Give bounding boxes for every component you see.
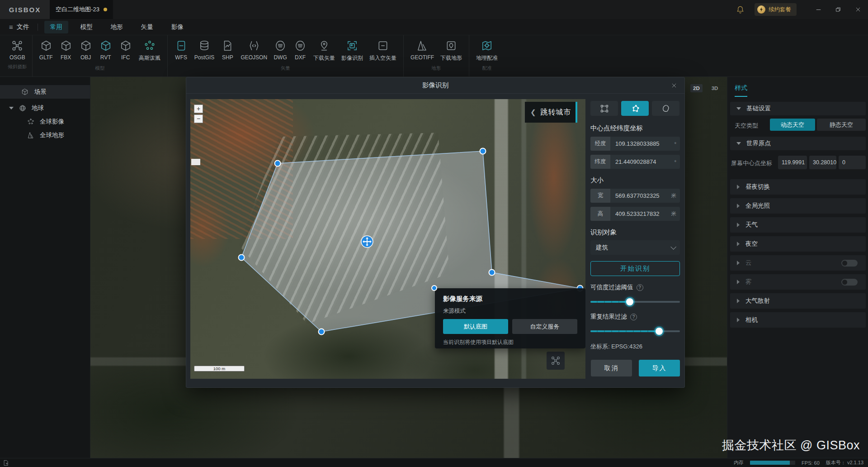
jump-city-button[interactable]: ❮ 跳转城市 <box>525 102 577 123</box>
tool-download-terrain[interactable]: 下载地形 <box>437 39 465 63</box>
latitude-field: 纬度 21.4409028874° <box>590 155 680 169</box>
width-input[interactable]: 569.6377032325米 <box>610 189 680 203</box>
tool-postgis[interactable]: PostGIS <box>191 39 218 63</box>
sidebar-item-global-imagery[interactable]: 全球影像 <box>0 115 90 129</box>
section-weather[interactable]: 天气 <box>730 217 866 233</box>
file-menu[interactable]: ≡文件 <box>0 19 38 35</box>
section-cloud[interactable]: 云 <box>730 255 866 271</box>
section-atmosphere[interactable]: 大气散射 <box>730 293 866 309</box>
tool-obj[interactable]: OBJ <box>76 39 96 63</box>
modal-close-icon[interactable] <box>670 81 678 90</box>
tool-shp[interactable]: SHP <box>217 39 237 63</box>
section-fog[interactable]: 雾 <box>730 274 866 290</box>
screen-center-y-input[interactable]: 30.28010 <box>809 156 836 169</box>
section-camera[interactable]: 相机 <box>730 312 866 328</box>
zoom-out-button[interactable]: − <box>194 114 203 123</box>
sidebar-item-global-terrain[interactable]: 全球地形 <box>0 129 90 142</box>
tool-wfs[interactable]: WFS <box>171 39 191 63</box>
tool-gaussian-splat[interactable]: 高斯泼溅 <box>136 39 164 63</box>
default-basemap-button[interactable]: 默认底图 <box>443 319 508 334</box>
divider <box>38 24 38 31</box>
caret-right-icon <box>737 299 740 303</box>
renew-plan-button[interactable]: 续约套餐 <box>755 3 797 16</box>
screen-center-z-input[interactable]: 0 <box>839 156 866 169</box>
renew-plan-label: 续约套餐 <box>769 6 791 14</box>
section-global-light[interactable]: 全局光照 <box>730 198 866 214</box>
recognition-map[interactable]: + − ❮ 跳转城市 100 m 影像服务来源 来源模式 默认底图 自定义服务 … <box>190 99 585 379</box>
tool-gltf[interactable]: GLTF <box>36 39 56 63</box>
polygon-vertex[interactable] <box>275 161 281 167</box>
tool-osgb[interactable]: OSGB <box>6 39 28 62</box>
tool-fbx[interactable]: FBX <box>56 39 76 63</box>
view-3d-button[interactable]: 3D <box>709 84 721 92</box>
ribbon-tab-vector[interactable]: 矢量 <box>135 21 159 33</box>
tool-label: 插入空矢量 <box>369 54 396 62</box>
polygon-vertex[interactable] <box>239 255 245 261</box>
longitude-input[interactable]: 109.1328033885° <box>610 137 680 151</box>
mode-rectangle-button[interactable] <box>590 101 618 116</box>
polygon-vertex[interactable] <box>431 285 437 291</box>
sky-static-button[interactable]: 静态天空 <box>817 119 866 131</box>
slider-thumb[interactable] <box>626 298 633 305</box>
tool-georeference[interactable]: 地理配准 <box>473 39 501 63</box>
mode-freeform-button[interactable] <box>652 101 679 116</box>
tool-download-vector[interactable]: 下载矢量 <box>310 39 338 63</box>
expand-caret-icon[interactable] <box>9 107 14 110</box>
height-field: 高 409.5233217832米 <box>590 207 680 221</box>
slider-thumb[interactable] <box>656 328 663 335</box>
new-file-icon[interactable] <box>3 460 9 466</box>
cloud-toggle[interactable] <box>841 260 858 267</box>
sidebar-item-scene[interactable]: 场景 <box>0 85 90 99</box>
sky-dynamic-button[interactable]: 动态天空 <box>770 119 815 131</box>
tool-geotiff[interactable]: GEOTIFF <box>407 39 437 63</box>
fps-indicator: FPS: 60 <box>802 460 820 466</box>
tool-insert-empty-vector[interactable]: 插入空矢量 <box>366 39 400 63</box>
screen-center-x-input[interactable]: 119.9991 <box>778 156 807 169</box>
tab-style[interactable]: 样式 <box>735 84 747 97</box>
tool-geojson[interactable]: GEOJSON <box>237 39 270 63</box>
caret-right-icon <box>737 204 740 208</box>
import-button[interactable]: 导入 <box>639 360 680 376</box>
ribbon-tab-imagery[interactable]: 影像 <box>165 21 189 33</box>
polygon-vertex[interactable] <box>480 148 486 154</box>
tool-ifc[interactable]: IFC <box>116 39 136 63</box>
latitude-chip: 纬度 <box>590 155 610 169</box>
tool-dwg[interactable]: DWG <box>270 39 290 63</box>
target-select[interactable]: 建筑 <box>590 240 680 255</box>
sidebar-item-earth[interactable]: 地球 <box>0 101 90 115</box>
confidence-slider[interactable] <box>590 298 680 305</box>
polygon-vertex[interactable] <box>489 270 495 276</box>
section-day-night[interactable]: 昼夜切换 <box>730 179 866 195</box>
latitude-input[interactable]: 21.4409028874° <box>610 155 680 169</box>
ribbon-tab-model[interactable]: 模型 <box>75 21 99 33</box>
restore-button[interactable] <box>828 0 848 19</box>
section-basic-settings[interactable]: 基础设置 <box>730 102 866 115</box>
tool-imagery-recognition[interactable]: 影像识别 <box>338 39 366 63</box>
mode-polygon-button[interactable] <box>621 101 649 116</box>
view-2d-button[interactable]: 2D <box>690 84 703 92</box>
fog-toggle[interactable] <box>841 279 858 286</box>
minimize-button[interactable] <box>808 0 828 19</box>
zoom-in-button[interactable]: + <box>194 105 203 113</box>
height-input[interactable]: 409.5233217832米 <box>610 207 680 221</box>
help-icon[interactable]: ? <box>630 314 637 320</box>
panel-collapse-handle[interactable] <box>191 159 200 165</box>
custom-service-button[interactable]: 自定义服务 <box>512 319 577 334</box>
document-tab[interactable]: 空白二维地图-23 <box>50 0 113 19</box>
start-recognition-button[interactable]: 开始识别 <box>590 261 680 276</box>
tool-dxf[interactable]: DXF <box>290 39 310 63</box>
cancel-button[interactable]: 取消 <box>591 360 632 376</box>
notification-bell-icon[interactable] <box>736 5 745 14</box>
section-night-sky[interactable]: 夜空 <box>730 236 866 252</box>
section-world-origin[interactable]: 世界原点 <box>730 137 866 150</box>
app-logo: GISBOX <box>0 0 50 19</box>
toolbar-group-georef: 地理配准 配准 <box>469 35 505 76</box>
drone-layer-button[interactable] <box>547 352 565 370</box>
polygon-vertex[interactable] <box>319 329 325 335</box>
ribbon-tab-terrain[interactable]: 地形 <box>105 21 129 33</box>
close-window-button[interactable] <box>848 0 868 19</box>
help-icon[interactable]: ? <box>637 284 643 291</box>
ribbon-tab-common[interactable]: 常用 <box>44 21 68 33</box>
tool-rvt[interactable]: RVT <box>96 39 116 63</box>
dedupe-slider[interactable] <box>590 328 680 335</box>
